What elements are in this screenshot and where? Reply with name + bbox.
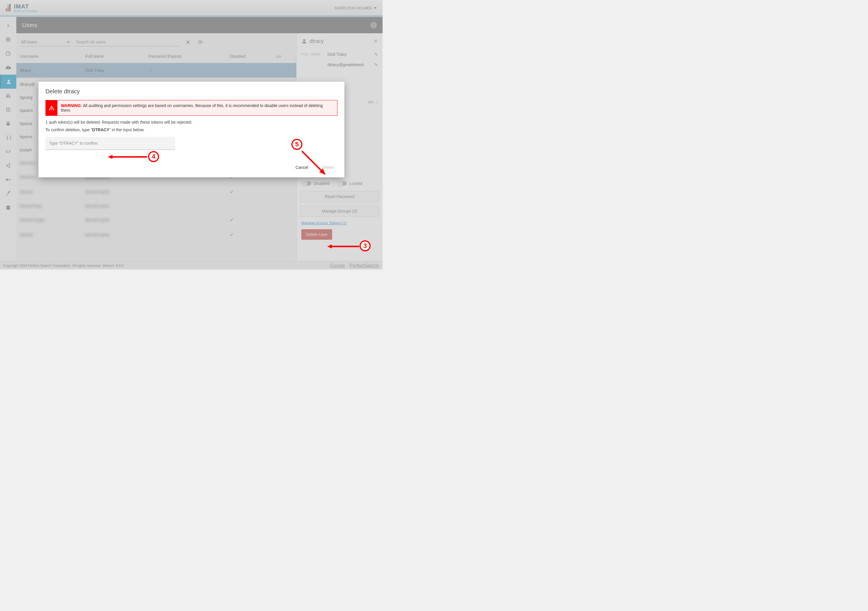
delete-modal: Delete dtracy WARNING: All auditing and … — [39, 82, 344, 177]
svg-line-36 — [302, 151, 323, 172]
warning-text: All auditing and permission settings are… — [61, 103, 323, 113]
token-text: 1 auth token(s) will be deleted. Request… — [45, 120, 338, 124]
confirm-input[interactable] — [45, 137, 175, 150]
modal-title: Delete dtracy — [45, 88, 338, 95]
annotation-arrow-4 — [108, 155, 149, 159]
warning-label: WARNING: — [61, 103, 82, 108]
annotation-arrow-5 — [299, 149, 329, 178]
annotation-5: 5 — [291, 139, 302, 150]
confirm-instruction: To confirm deletion, type "DTRACY" in th… — [45, 127, 338, 132]
annotation-arrow-3 — [327, 244, 361, 249]
warning-box: WARNING: All auditing and permission set… — [45, 100, 338, 116]
svg-marker-35 — [108, 155, 113, 159]
warning-icon — [46, 100, 57, 115]
svg-marker-33 — [327, 244, 332, 249]
annotation-4: 4 — [148, 151, 159, 162]
annotation-3: 3 — [360, 240, 370, 252]
